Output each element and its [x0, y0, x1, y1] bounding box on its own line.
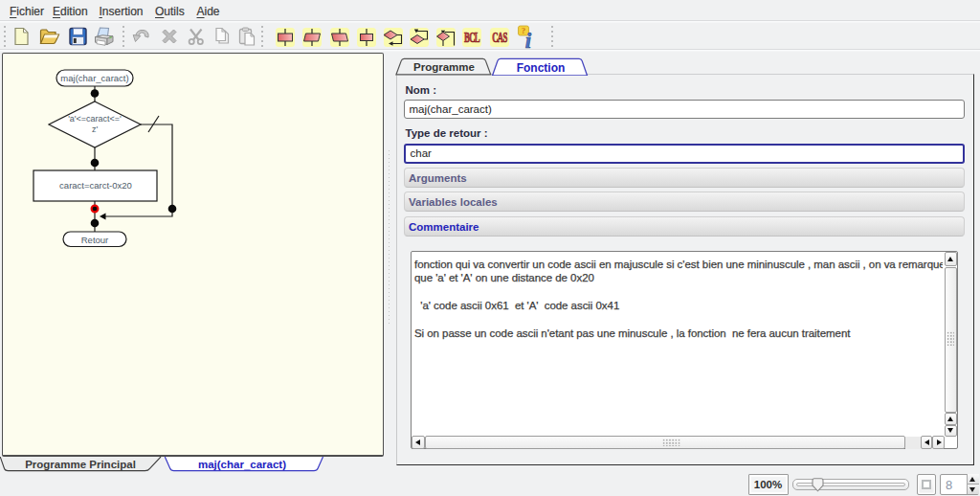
- svg-text:'a'<=caract<=': 'a'<=caract<=': [68, 114, 122, 124]
- svg-text:z': z': [92, 124, 99, 134]
- svg-text:i: i: [525, 29, 532, 52]
- svg-text:Retour: Retour: [81, 235, 109, 245]
- svg-text:CAS: CAS: [492, 30, 507, 46]
- svg-text:BCL: BCL: [464, 30, 480, 46]
- svg-text:caract=carct-0x20: caract=carct-0x20: [59, 180, 132, 191]
- svg-text:maj(char_caract): maj(char_caract): [60, 73, 128, 83]
